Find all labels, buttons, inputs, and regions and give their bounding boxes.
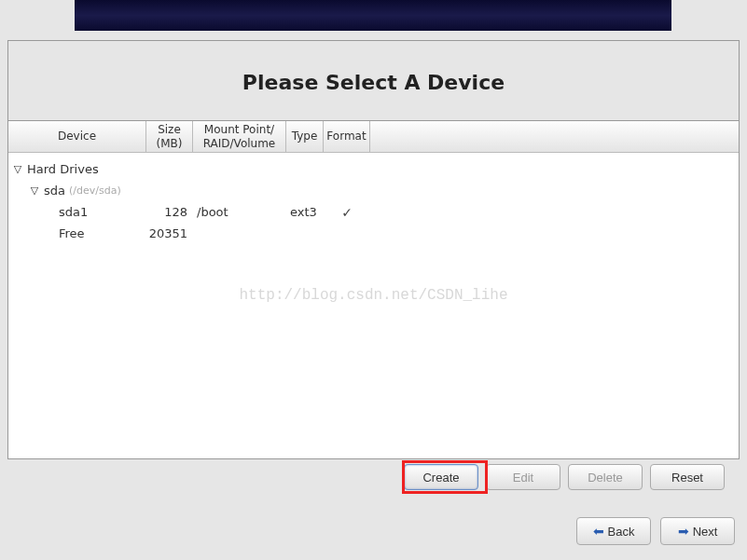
partition-size: 20351 bbox=[146, 226, 193, 240]
tree-disk-row[interactable]: ▽ sda (/dev/sda) bbox=[8, 180, 739, 201]
partition-mount: /boot bbox=[193, 205, 286, 219]
partition-type: ext3 bbox=[286, 205, 324, 219]
arrow-left-icon: ⬅ bbox=[593, 525, 604, 538]
tree-body: ▽ Hard Drives ▽ sda (/dev/sda) sda1 128 … bbox=[8, 153, 739, 250]
edit-button: Edit bbox=[486, 464, 560, 490]
tree-root-row[interactable]: ▽ Hard Drives bbox=[8, 158, 739, 180]
reset-button[interactable]: Reset bbox=[650, 464, 725, 490]
nav-buttons: ⬅ Back ➡ Next bbox=[576, 517, 735, 545]
top-banner bbox=[75, 0, 671, 31]
main-panel: Please Select A Device Device Size (MB) … bbox=[7, 40, 740, 459]
action-buttons: Create Edit Delete Reset bbox=[404, 464, 725, 490]
disk-name: sda bbox=[44, 184, 65, 198]
header-type[interactable]: Type bbox=[286, 121, 324, 152]
root-label: Hard Drives bbox=[27, 162, 99, 176]
chevron-down-icon[interactable]: ▽ bbox=[12, 163, 23, 175]
partition-name: Free bbox=[59, 226, 85, 240]
header-device[interactable]: Device bbox=[8, 121, 146, 152]
header-mount[interactable]: Mount Point/ RAID/Volume bbox=[193, 121, 286, 152]
header-format[interactable]: Format bbox=[324, 121, 370, 152]
table-row[interactable]: Free 20351 bbox=[8, 223, 739, 244]
create-button[interactable]: Create bbox=[404, 464, 478, 490]
table-row[interactable]: sda1 128 /boot ext3 ✓ bbox=[8, 201, 739, 223]
arrow-right-icon: ➡ bbox=[678, 525, 689, 538]
delete-button: Delete bbox=[568, 464, 643, 490]
next-button[interactable]: ➡ Next bbox=[660, 517, 735, 545]
header-size[interactable]: Size (MB) bbox=[146, 121, 193, 152]
next-label: Next bbox=[693, 525, 718, 539]
back-label: Back bbox=[608, 525, 635, 539]
partition-name: sda1 bbox=[59, 205, 88, 219]
partition-size: 128 bbox=[146, 205, 193, 219]
page-title: Please Select A Device bbox=[8, 41, 739, 121]
chevron-down-icon[interactable]: ▽ bbox=[29, 184, 40, 197]
device-table: Device Size (MB) Mount Point/ RAID/Volum… bbox=[8, 121, 739, 456]
back-button[interactable]: ⬅ Back bbox=[576, 517, 651, 545]
check-icon: ✓ bbox=[324, 205, 370, 220]
disk-path: (/dev/sda) bbox=[69, 184, 121, 197]
table-header: Device Size (MB) Mount Point/ RAID/Volum… bbox=[8, 121, 739, 153]
